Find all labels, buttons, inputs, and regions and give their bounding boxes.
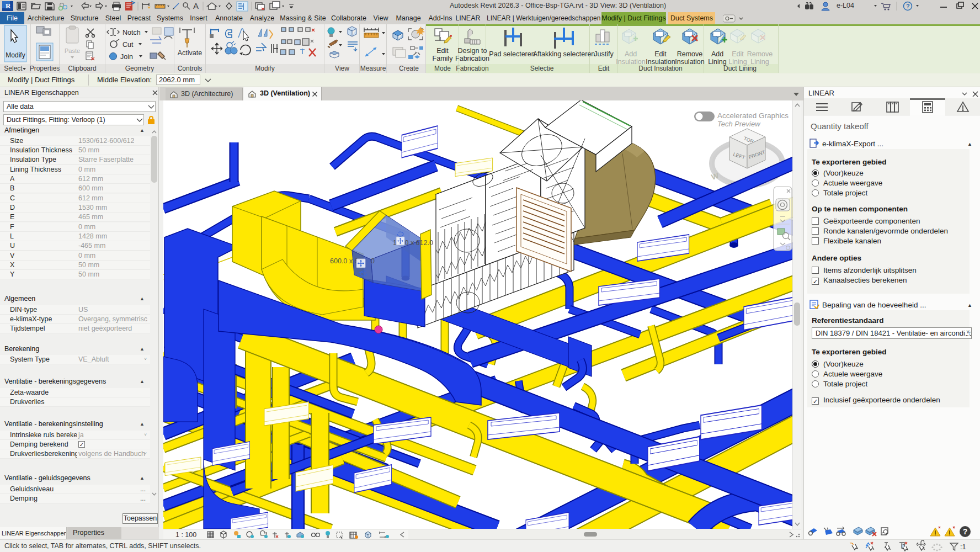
svg-text:Tech Preview: Tech Preview xyxy=(717,120,761,128)
svg-text:?: ? xyxy=(906,3,910,9)
svg-text:Add: Add xyxy=(625,50,637,58)
svg-text:Insulation: Insulation xyxy=(675,58,705,66)
svg-text:Lining: Lining xyxy=(708,58,726,66)
svg-text:View: View xyxy=(335,65,349,72)
svg-text:Properties: Properties xyxy=(30,65,60,72)
svg-text:Notch: Notch xyxy=(122,29,141,36)
svg-text:Modify: Modify xyxy=(6,51,25,59)
svg-text:Selectie: Selectie xyxy=(530,65,554,72)
svg-text:Duct Lining: Duct Lining xyxy=(723,65,757,72)
svg-text:Modify: Modify xyxy=(255,65,274,72)
svg-text:Paste: Paste xyxy=(65,47,80,54)
svg-text:A: A xyxy=(193,1,199,10)
svg-text:Insulation: Insulation xyxy=(646,58,675,66)
svg-text:Activate: Activate xyxy=(178,49,203,57)
svg-text:Accelerated Graphics: Accelerated Graphics xyxy=(717,112,789,120)
svg-text:R: R xyxy=(6,2,11,10)
svg-text:Controls: Controls xyxy=(178,65,203,72)
svg-text:Edit: Edit xyxy=(732,50,744,58)
svg-text:Edit: Edit xyxy=(654,50,667,58)
svg-text:.0 x 612.0: .0 x 612.0 xyxy=(403,239,433,247)
svg-text::1: :1 xyxy=(960,543,966,551)
svg-text:?: ? xyxy=(963,527,968,536)
svg-text:Design to: Design to xyxy=(458,47,487,55)
svg-text:Pad selecteren: Pad selecteren xyxy=(489,50,535,58)
svg-text:Add: Add xyxy=(711,50,723,58)
svg-text:Edit: Edit xyxy=(598,65,610,72)
svg-text:Mode: Mode xyxy=(434,65,451,72)
svg-text:Select: Select xyxy=(4,65,23,72)
svg-text:Cut: Cut xyxy=(122,41,134,49)
svg-text:Aftakking selecteren: Aftakking selecteren xyxy=(533,50,595,58)
svg-text:Fabrication: Fabrication xyxy=(455,55,489,62)
svg-text:Join: Join xyxy=(120,53,133,61)
svg-text:Remove: Remove xyxy=(747,50,773,58)
svg-text:Justify: Justify xyxy=(594,50,614,58)
svg-text:Insulation: Insulation xyxy=(616,58,646,66)
svg-text:0: 0 xyxy=(371,257,375,265)
svg-text:Family: Family xyxy=(433,55,454,62)
svg-text:Fabrication: Fabrication xyxy=(456,65,488,72)
svg-text:Duct Insulation: Duct Insulation xyxy=(638,65,682,72)
svg-text:Lining: Lining xyxy=(750,58,769,66)
svg-text:Measure: Measure xyxy=(360,65,386,72)
svg-text:Clipboard: Clipboard xyxy=(68,65,96,72)
svg-text:Geometry: Geometry xyxy=(125,65,155,72)
svg-text:Lining: Lining xyxy=(728,58,747,66)
svg-text:Edit: Edit xyxy=(436,47,449,55)
svg-text:Create: Create xyxy=(399,65,419,72)
svg-text:600.0 x 6: 600.0 x 6 xyxy=(330,257,358,265)
svg-text:Remove: Remove xyxy=(677,50,703,58)
